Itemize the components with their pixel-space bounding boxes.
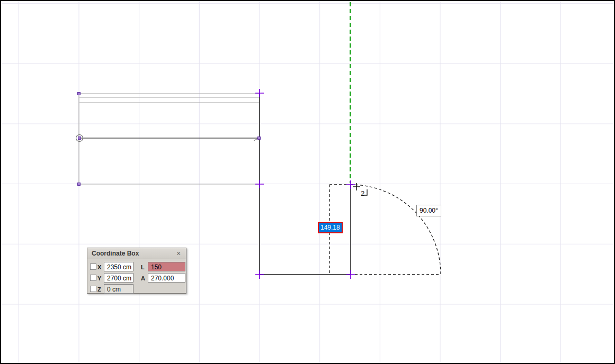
cursor-hint-text: 2 [361,189,364,197]
angle-field[interactable]: 270.000 [148,273,185,283]
close-icon[interactable]: × [174,249,183,258]
grid-lines [1,1,615,364]
z-coordinate-field: 0 cm [104,284,133,294]
angle-readout-tag: 90.00° [416,205,441,216]
angle-label: A [141,275,145,281]
y-coordinate-field[interactable]: 2700 cm [104,273,133,283]
x-axis-label: X [97,264,101,270]
construction-dashed [329,185,441,275]
handle-squares[interactable] [78,93,261,186]
wall-outline[interactable] [79,94,260,184]
length-field[interactable]: 150 [148,262,185,271]
angle-arc [351,185,441,275]
z-axis-label: Z [97,286,101,293]
arrowhead [254,139,258,141]
cad-window: 2 149.18 90.00° Coordinate Box × X 2350 … [0,0,615,364]
y-axis-label: Y [97,275,101,281]
coordinate-box-title: Coordinate Box [92,250,139,257]
z-checkbox[interactable] [90,286,96,292]
cursor-crosshair: 2 [353,183,367,197]
coordinate-box-titlebar[interactable]: Coordinate Box × [87,248,186,259]
x-coordinate-field[interactable]: 2350 cm [104,262,133,271]
coordinate-box-dialog: Coordinate Box × X 2350 cm Y 2700 cm Z 0… [87,248,186,294]
reference-line[interactable] [76,135,259,142]
drawing-canvas[interactable]: 2 [1,1,615,364]
y-checkbox[interactable] [90,275,96,281]
length-tracker-tag[interactable]: 149.18 [318,222,343,233]
x-checkbox[interactable] [90,263,96,270]
length-label: L [141,264,145,270]
